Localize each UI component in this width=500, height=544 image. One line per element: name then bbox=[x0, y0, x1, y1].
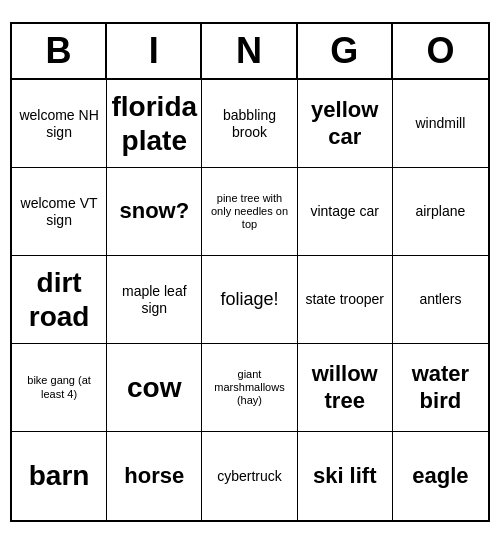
header-b: B bbox=[12, 24, 107, 78]
bingo-cell-text-19: water bird bbox=[397, 361, 484, 414]
bingo-cell-text-14: antlers bbox=[419, 291, 461, 308]
bingo-cell-text-11: maple leaf sign bbox=[111, 283, 197, 317]
bingo-cell-text-2: babbling brook bbox=[206, 107, 292, 141]
header-g: G bbox=[298, 24, 393, 78]
bingo-cell-text-3: yellow car bbox=[302, 97, 388, 150]
bingo-card: B I N G O welcome NH signflorida plateba… bbox=[10, 22, 490, 522]
bingo-cell-9[interactable]: airplane bbox=[393, 168, 488, 256]
bingo-cell-10[interactable]: dirt road bbox=[12, 256, 107, 344]
bingo-cell-12[interactable]: foliage! bbox=[202, 256, 297, 344]
bingo-cell-text-7: pine tree with only needles on top bbox=[206, 192, 292, 232]
bingo-cell-text-20: barn bbox=[29, 459, 90, 493]
bingo-cell-22[interactable]: cybertruck bbox=[202, 432, 297, 520]
bingo-cell-11[interactable]: maple leaf sign bbox=[107, 256, 202, 344]
header-o: O bbox=[393, 24, 488, 78]
bingo-header: B I N G O bbox=[12, 24, 488, 80]
bingo-cell-19[interactable]: water bird bbox=[393, 344, 488, 432]
header-i: I bbox=[107, 24, 202, 78]
bingo-cell-text-18: willow tree bbox=[302, 361, 388, 414]
bingo-cell-text-6: snow? bbox=[119, 198, 189, 224]
bingo-cell-1[interactable]: florida plate bbox=[107, 80, 202, 168]
bingo-cell-text-16: cow bbox=[127, 371, 181, 405]
bingo-cell-text-24: eagle bbox=[412, 463, 468, 489]
bingo-cell-20[interactable]: barn bbox=[12, 432, 107, 520]
header-n: N bbox=[202, 24, 297, 78]
bingo-cell-6[interactable]: snow? bbox=[107, 168, 202, 256]
bingo-cell-text-10: dirt road bbox=[16, 266, 102, 333]
bingo-cell-text-21: horse bbox=[124, 463, 184, 489]
bingo-cell-text-12: foliage! bbox=[220, 289, 278, 311]
bingo-cell-18[interactable]: willow tree bbox=[298, 344, 393, 432]
bingo-cell-3[interactable]: yellow car bbox=[298, 80, 393, 168]
bingo-cell-text-17: giant marshmallows (hay) bbox=[206, 368, 292, 408]
bingo-cell-24[interactable]: eagle bbox=[393, 432, 488, 520]
bingo-cell-15[interactable]: bike gang (at least 4) bbox=[12, 344, 107, 432]
bingo-cell-0[interactable]: welcome NH sign bbox=[12, 80, 107, 168]
bingo-cell-text-9: airplane bbox=[415, 203, 465, 220]
bingo-grid: welcome NH signflorida platebabbling bro… bbox=[12, 80, 488, 520]
bingo-cell-text-15: bike gang (at least 4) bbox=[16, 374, 102, 400]
bingo-cell-17[interactable]: giant marshmallows (hay) bbox=[202, 344, 297, 432]
bingo-cell-text-1: florida plate bbox=[111, 90, 197, 157]
bingo-cell-14[interactable]: antlers bbox=[393, 256, 488, 344]
bingo-cell-text-0: welcome NH sign bbox=[16, 107, 102, 141]
bingo-cell-text-8: vintage car bbox=[310, 203, 378, 220]
bingo-cell-21[interactable]: horse bbox=[107, 432, 202, 520]
bingo-cell-5[interactable]: welcome VT sign bbox=[12, 168, 107, 256]
bingo-cell-text-5: welcome VT sign bbox=[16, 195, 102, 229]
bingo-cell-2[interactable]: babbling brook bbox=[202, 80, 297, 168]
bingo-cell-7[interactable]: pine tree with only needles on top bbox=[202, 168, 297, 256]
bingo-cell-23[interactable]: ski lift bbox=[298, 432, 393, 520]
bingo-cell-4[interactable]: windmill bbox=[393, 80, 488, 168]
bingo-cell-13[interactable]: state trooper bbox=[298, 256, 393, 344]
bingo-cell-text-13: state trooper bbox=[305, 291, 384, 308]
bingo-cell-text-4: windmill bbox=[415, 115, 465, 132]
bingo-cell-text-22: cybertruck bbox=[217, 468, 282, 485]
bingo-cell-8[interactable]: vintage car bbox=[298, 168, 393, 256]
bingo-cell-16[interactable]: cow bbox=[107, 344, 202, 432]
bingo-cell-text-23: ski lift bbox=[313, 463, 377, 489]
